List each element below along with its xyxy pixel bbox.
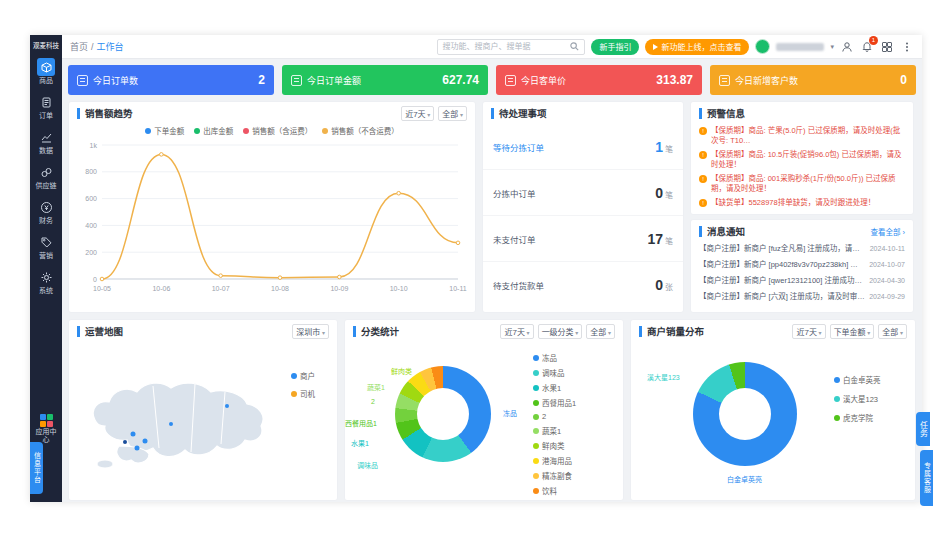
sidebar-item-data[interactable]: 数据 — [30, 128, 62, 155]
message-item[interactable]: 【商户注册】新商户 [pp402f8v3v70pz238kh] 注册成功，请及…… — [699, 260, 905, 270]
user-icon[interactable] — [840, 40, 854, 54]
svg-text:10-09: 10-09 — [330, 285, 348, 292]
breadcrumb-home[interactable]: 首页 — [70, 40, 88, 53]
notification-badge: 1 — [869, 36, 878, 45]
messages-panel: 消息通知 查看全部 › 【商户注册】新商户 [fuz全凡易] 注册成功，请及时审… — [690, 219, 914, 313]
user-name-blurred — [776, 43, 824, 51]
search-input[interactable] — [442, 42, 569, 51]
bell-icon[interactable]: 1 — [860, 40, 874, 54]
breadcrumb-separator: / — [91, 42, 94, 52]
legend-item[interactable]: 冻品 — [533, 352, 576, 363]
legend-item[interactable]: 出库金额 — [194, 125, 233, 136]
sidebar-item-system[interactable]: 系统 — [30, 268, 62, 295]
svg-text:10-11: 10-11 — [449, 285, 466, 292]
sidebar: 观麦科技 商品 订单 数据 — [30, 35, 62, 502]
promo-button[interactable]: 新功能上线，点击查看 — [645, 39, 749, 55]
legend-item[interactable]: 司机 — [291, 388, 315, 399]
breadcrumb-current[interactable]: 工作台 — [97, 40, 124, 53]
pending-row-unpaid[interactable]: 未支付订单 17笔 — [483, 216, 683, 262]
legend-item[interactable]: 销售额（不含运费） — [322, 125, 399, 136]
svg-text:10-06: 10-06 — [152, 285, 170, 292]
sidebar-item-finance[interactable]: 财务 — [30, 198, 62, 225]
warning-item[interactable]: 【缺货单】5528978排单缺货，请及时跟进处理！ — [699, 198, 905, 208]
legend-item[interactable]: 饮料 — [533, 485, 576, 496]
trend-scope-select[interactable]: 全部 — [438, 106, 467, 121]
svg-text:600: 600 — [85, 195, 97, 202]
legend-item[interactable]: 2 — [533, 412, 576, 421]
kpi-card-orders[interactable]: 今日订单数 2 — [68, 65, 274, 95]
legend-item[interactable]: 溪大星123 — [834, 393, 881, 404]
map-city-select[interactable]: 深圳市 — [292, 324, 329, 339]
category-donut — [395, 366, 491, 462]
kpi-value: 0 — [900, 73, 907, 87]
legend-item[interactable]: 销售额（含运费） — [243, 125, 312, 136]
legend-item[interactable]: 虎克学院 — [834, 412, 881, 423]
kpi-card-new-customers[interactable]: 今日新增客户数 0 — [710, 65, 916, 95]
legend-item[interactable]: 水果1 — [533, 382, 576, 393]
pending-row-sorting[interactable]: 分拣中订单 0笔 — [483, 170, 683, 216]
warning-item[interactable]: 【保质期】商品: 芒果(5.0斤) 已过保质期，请及时处理(批次号: T10… — [699, 126, 905, 146]
kpi-label: 今日订单金额 — [307, 74, 361, 87]
legend-item[interactable]: 鲜肉类 — [533, 440, 576, 451]
svg-text:0: 0 — [93, 276, 97, 283]
legend-item[interactable]: 白金卓英亮 — [834, 374, 881, 385]
sidebar-item-orders[interactable]: 订单 — [30, 93, 62, 120]
panel-title: 运营地图 — [77, 326, 123, 337]
apps-icon[interactable] — [880, 40, 894, 54]
customer-service-tab[interactable]: 专属客服 — [920, 450, 933, 506]
category-level-select[interactable]: 一级分类 — [538, 324, 583, 339]
message-item[interactable]: 【商户注册】新商户 [六双] 注册成功，请及时审核。 2024-09-29 — [699, 292, 905, 302]
pending-row-payment-due[interactable]: 待支付货款单 0张 — [483, 262, 683, 308]
legend-item[interactable]: 港海用品 — [533, 455, 576, 466]
main-area: 首页 / 工作台 新手指引 新功能上线，点击查看 ▾ — [62, 35, 922, 502]
legend-item[interactable]: 蔬菜1 — [533, 425, 576, 436]
tag-icon — [37, 233, 55, 251]
svg-text:800: 800 — [85, 168, 97, 175]
legend-item[interactable]: 调味品 — [533, 367, 576, 378]
sidebar-item-products[interactable]: 商品 — [30, 58, 62, 85]
sidebar-item-app-center[interactable]: 应用中心 — [33, 414, 59, 444]
kpi-card-order-amount[interactable]: 今日订单金额 627.74 — [282, 65, 488, 95]
panel-title: 商户销量分布 — [639, 326, 704, 337]
warning-item[interactable]: 【保质期】商品: 10.5斤装(促销96.0包) 已过保质期，请及时处理！ — [699, 150, 905, 170]
pending-items-panel: 待处理事项 等待分拣订单 1笔 分拣中订单 0笔 未支付订单 — [482, 101, 684, 313]
avatar[interactable] — [755, 39, 770, 54]
category-range-select[interactable]: 近7天 — [500, 324, 533, 339]
svg-text:10-10: 10-10 — [390, 285, 408, 292]
kpi-icon — [291, 75, 302, 86]
sidebar-item-supply-chain[interactable]: 供应链 — [30, 163, 62, 190]
breadcrumb: 首页 / 工作台 — [70, 40, 124, 53]
message-item[interactable]: 【商户注册】新商户 [fuz全凡易] 注册成功，请及时审核。 2024-10-1… — [699, 244, 905, 254]
more-icon[interactable] — [900, 40, 914, 54]
merchant-scope-select[interactable]: 全部 — [878, 324, 907, 339]
brand-logo: 观麦科技 — [33, 40, 59, 50]
sales-trend-panel: 销售额趋势 近7天 全部 下单金额 出库金额 — [68, 101, 476, 313]
merchant-metric-select[interactable]: 下单金额 — [830, 324, 875, 339]
alert-icon — [699, 151, 707, 159]
sidebar-item-label: 数据 — [33, 147, 59, 155]
kpi-card-avg-order[interactable]: 今日客单价 313.87 — [496, 65, 702, 95]
alert-icon — [699, 199, 707, 207]
merchant-legend: 白金卓英亮 溪大星123 虎克学院 — [834, 374, 881, 423]
merchant-distribution-panel: 商户销量分布 近7天 下单金额 全部 溪大星123 白金卓英亮 白金卓英亮 — [630, 319, 916, 501]
info-platform-tab[interactable]: 信息平台 — [30, 442, 43, 494]
task-float-button[interactable]: 任务 — [916, 412, 930, 446]
warning-item[interactable]: 【保质期】商品: 001采购秒杀(1斤/份(50.0斤)) 已过保质期，请及时处… — [699, 174, 905, 194]
search-icon[interactable] — [569, 41, 580, 52]
view-all-link[interactable]: 查看全部 › — [870, 226, 905, 237]
trend-range-select[interactable]: 近7天 — [401, 106, 434, 121]
chevron-down-icon[interactable]: ▾ — [830, 43, 834, 51]
category-scope-select[interactable]: 全部 — [586, 324, 615, 339]
message-item[interactable]: 【商户注册】新商户 [qwer12312100] 注册成功，请及时审核。 202… — [699, 276, 905, 286]
legend-item[interactable]: 商户 — [291, 370, 315, 381]
sidebar-item-marketing[interactable]: 营销 — [30, 233, 62, 260]
legend-item[interactable]: 西餐用品1 — [533, 397, 576, 408]
merchant-range-select[interactable]: 近7天 — [792, 324, 825, 339]
donut-label: 水果1 — [351, 438, 369, 448]
pending-row-sorting-wait[interactable]: 等待分拣订单 1笔 — [483, 124, 683, 170]
merchant-donut — [693, 362, 797, 466]
legend-item[interactable]: 精冻副食 — [533, 470, 576, 481]
promo-label: 新功能上线，点击查看 — [661, 41, 741, 52]
legend-item[interactable]: 下单金额 — [145, 125, 184, 136]
guide-button[interactable]: 新手指引 — [591, 39, 639, 55]
